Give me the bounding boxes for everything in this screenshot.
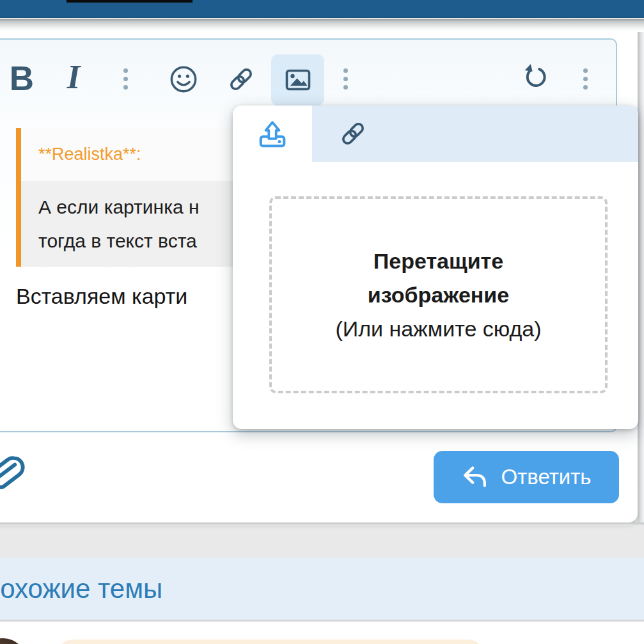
image-dropzone[interactable]: Перетащите изображение (Или нажмите сюда… bbox=[269, 196, 608, 393]
header-cutoff-text bbox=[67, 0, 192, 3]
similar-topics-title: Похожие темы bbox=[0, 574, 162, 604]
dropzone-hint: (Или нажмите сюда) bbox=[335, 312, 541, 346]
more-options-icon[interactable] bbox=[338, 65, 353, 92]
dropzone-text: Перетащите bbox=[373, 244, 503, 278]
page-right-margin bbox=[638, 21, 644, 522]
quote-text: А если картинка н тогда в текст вста bbox=[21, 181, 239, 267]
image-icon bbox=[283, 65, 313, 95]
dropzone-text: изображение bbox=[368, 278, 509, 312]
header-shadow bbox=[0, 19, 644, 32]
similar-topics-header: Похожие темы bbox=[0, 558, 644, 621]
quote-author: **Realistka**: bbox=[21, 128, 239, 181]
tab-upload-image[interactable] bbox=[233, 106, 312, 162]
reply-button[interactable]: Ответить bbox=[434, 451, 619, 503]
reply-button-label: Ответить bbox=[501, 465, 591, 489]
undo-icon[interactable] bbox=[520, 61, 551, 92]
more-options-icon[interactable] bbox=[118, 65, 133, 92]
page: B I bbox=[0, 0, 644, 644]
tab-image-by-link[interactable] bbox=[312, 106, 394, 162]
bold-button[interactable]: B bbox=[5, 59, 38, 97]
smiley-icon[interactable] bbox=[168, 64, 199, 95]
link-icon bbox=[338, 119, 368, 148]
site-header-bar bbox=[0, 0, 644, 18]
more-options-icon[interactable] bbox=[577, 65, 593, 92]
paperclip-icon[interactable] bbox=[0, 455, 26, 496]
insert-image-popup: Перетащите изображение (Или нажмите сюда… bbox=[233, 106, 638, 429]
link-icon[interactable] bbox=[226, 64, 256, 95]
insert-image-button[interactable] bbox=[271, 54, 324, 106]
upload-icon bbox=[256, 118, 289, 150]
editor-text[interactable]: Вставляем карти bbox=[16, 284, 246, 309]
italic-button[interactable]: I bbox=[58, 58, 90, 96]
thread-list-item[interactable] bbox=[56, 640, 485, 644]
quote-block: **Realistka**: А если картинка н тогда в… bbox=[16, 128, 239, 267]
card-bottom-shadow bbox=[0, 522, 644, 526]
reply-arrow-icon bbox=[461, 464, 491, 491]
